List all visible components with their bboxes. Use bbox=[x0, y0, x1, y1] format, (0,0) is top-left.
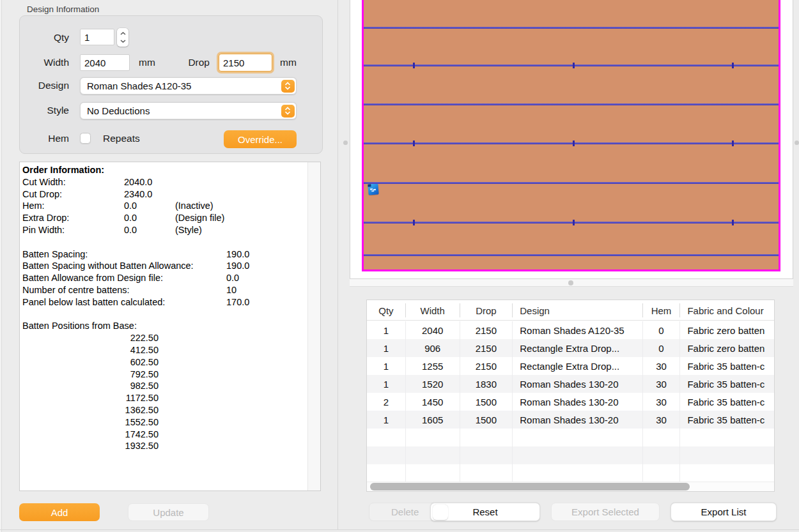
table-row[interactable]: 115201830Roman Shades 130-2030Fabric 35 … bbox=[367, 375, 774, 393]
table-cell: 0 bbox=[643, 321, 681, 339]
add-button[interactable]: Add bbox=[19, 503, 100, 521]
batten-position-value: 1172.50 bbox=[22, 392, 159, 404]
batten-tick bbox=[573, 63, 575, 68]
table-cell: Roman Shades 130-20 bbox=[513, 411, 642, 429]
batten-position-value: 222.50 bbox=[22, 332, 159, 344]
column-header-fabric-and-colour[interactable]: Fabric and Colour bbox=[680, 303, 774, 317]
table-row-empty[interactable] bbox=[367, 446, 774, 464]
order-info-row: Extra Drop:0.0(Design file) bbox=[22, 212, 306, 224]
batten-line[interactable] bbox=[364, 254, 779, 256]
table-cell: Fabric zero batten bbox=[680, 321, 774, 339]
table-cell: 1500 bbox=[460, 393, 513, 411]
table-cell bbox=[460, 429, 513, 446]
table-cell: Fabric zero batten bbox=[680, 339, 774, 357]
table-cell: 0 bbox=[643, 339, 681, 357]
batten-line[interactable] bbox=[364, 222, 779, 224]
hem-checkbox[interactable] bbox=[80, 133, 91, 144]
table-row-empty[interactable] bbox=[367, 429, 774, 446]
batten-position-value: 412.50 bbox=[22, 344, 159, 356]
vertical-splitter-handle[interactable] bbox=[343, 141, 348, 145]
table-cell: 30 bbox=[643, 357, 681, 375]
table-cell bbox=[513, 464, 642, 482]
scrollbar-thumb[interactable] bbox=[370, 483, 690, 490]
override-button[interactable]: Override... bbox=[224, 130, 297, 148]
table-cell: Roman Shades 130-20 bbox=[513, 393, 642, 411]
order-information-box: Order Information:Cut Width:2040.0Cut Dr… bbox=[19, 162, 321, 491]
table-cell: 1 bbox=[367, 357, 406, 375]
table-header-row: QtyWidthDropDesignHemFabric and Colour bbox=[367, 300, 774, 321]
table-cell bbox=[680, 446, 774, 464]
table-cell: Fabric 35 batten-c bbox=[680, 393, 774, 411]
batten-line[interactable] bbox=[364, 103, 779, 105]
batten-tick bbox=[732, 220, 734, 225]
column-header-design[interactable]: Design bbox=[513, 303, 642, 317]
shade-preview-canvas[interactable] bbox=[350, 0, 793, 279]
order-info-title: Order Information: bbox=[22, 164, 306, 176]
qty-input[interactable] bbox=[80, 29, 114, 45]
table-row[interactable]: 214501500Roman Shades 130-2030Fabric 35 … bbox=[367, 393, 774, 411]
batten-info-row: Batten Spacing without Batten Allowance:… bbox=[22, 260, 306, 272]
column-header-qty[interactable]: Qty bbox=[367, 303, 406, 317]
table-cell: 1605 bbox=[406, 411, 460, 429]
update-button[interactable]: Update bbox=[128, 503, 209, 521]
delete-button[interactable]: Delete bbox=[391, 506, 419, 517]
table-cell bbox=[460, 446, 513, 464]
order-info-scrollbar[interactable] bbox=[307, 162, 320, 490]
table-cell: 1 bbox=[367, 375, 406, 393]
column-header-width[interactable]: Width bbox=[406, 303, 460, 317]
column-header-hem[interactable]: Hem bbox=[643, 303, 681, 317]
table-cell: 1 bbox=[367, 411, 406, 429]
table-body: 120402150Roman Shades A120-350Fabric zer… bbox=[367, 321, 774, 482]
table-cell: Fabric 35 batten-c bbox=[680, 357, 774, 375]
horizontal-splitter-handle[interactable] bbox=[568, 280, 573, 285]
batten-tick bbox=[732, 63, 734, 68]
batten-position-value: 1362.50 bbox=[22, 404, 159, 416]
order-information-text: Order Information:Cut Width:2040.0Cut Dr… bbox=[22, 164, 306, 452]
design-information-group: Qty Width mm Drop mm Design Roman Shades… bbox=[19, 15, 323, 154]
table-row[interactable]: 116051500Roman Shades 130-2030Fabric 35 … bbox=[367, 411, 774, 429]
design-dropdown[interactable]: Roman Shades A120-35 bbox=[80, 77, 297, 95]
column-header-drop[interactable]: Drop bbox=[460, 303, 513, 317]
batten-marker-icon[interactable] bbox=[368, 183, 378, 195]
qty-stepper[interactable] bbox=[117, 28, 128, 47]
hem-label: Hem bbox=[20, 133, 69, 144]
batten-line[interactable] bbox=[364, 27, 779, 29]
style-dropdown[interactable]: No Deductions bbox=[80, 102, 297, 119]
batten-tick bbox=[573, 141, 575, 146]
table-cell bbox=[367, 446, 406, 464]
batten-tick bbox=[732, 141, 734, 146]
batten-info-row: Batten Allowance from Design file:0.0 bbox=[22, 272, 306, 284]
table-cell: 2150 bbox=[460, 321, 513, 339]
table-row-empty[interactable] bbox=[367, 464, 774, 482]
table-row[interactable]: 19062150Rectangle Extra Drop...0Fabric z… bbox=[367, 339, 774, 357]
table-cell: 1830 bbox=[460, 375, 513, 393]
table-cell: 30 bbox=[643, 411, 681, 429]
qty-label: Qty bbox=[20, 32, 69, 43]
width-input[interactable] bbox=[80, 54, 130, 71]
table-cell bbox=[460, 464, 513, 482]
table-cell: Rectangle Extra Drop... bbox=[513, 357, 642, 375]
batten-line[interactable] bbox=[364, 65, 779, 66]
table-cell: 2 bbox=[367, 393, 406, 411]
order-info-row: Cut Drop:2340.0 bbox=[22, 188, 306, 201]
table-horizontal-scrollbar[interactable] bbox=[367, 482, 774, 491]
table-cell: 2150 bbox=[460, 357, 513, 375]
batten-line[interactable] bbox=[364, 142, 779, 144]
design-dropdown-value: Roman Shades A120-35 bbox=[87, 80, 191, 91]
drop-input[interactable] bbox=[219, 54, 272, 72]
table-cell bbox=[680, 429, 774, 446]
table-cell: Fabric 35 batten-c bbox=[680, 411, 774, 429]
width-unit: mm bbox=[139, 57, 155, 68]
export-selected-button[interactable]: Export Selected bbox=[551, 503, 660, 521]
right-splitter-handle[interactable] bbox=[795, 141, 799, 145]
table-row[interactable]: 112552150Rectangle Extra Drop...30Fabric… bbox=[367, 357, 774, 375]
table-cell: 1 bbox=[367, 321, 406, 339]
table-row[interactable]: 120402150Roman Shades A120-350Fabric zer… bbox=[367, 321, 774, 339]
batten-line[interactable] bbox=[364, 182, 779, 184]
delete-reset-group: Delete Reset bbox=[369, 503, 539, 521]
panel-divider-line bbox=[337, 0, 338, 530]
table-cell bbox=[513, 446, 642, 464]
export-list-button[interactable]: Export List bbox=[671, 503, 777, 521]
table-cell: 906 bbox=[406, 339, 460, 357]
width-label: Width bbox=[20, 57, 69, 68]
